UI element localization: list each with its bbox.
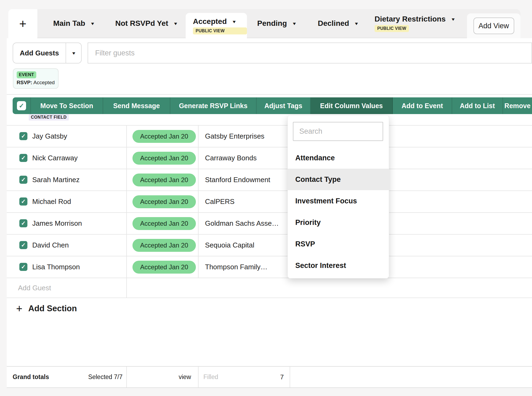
filter-guests-placeholder: Filter guests [95,49,135,57]
tab-label: Main Tab [53,19,85,28]
company-cell[interactable]: Thompson Family… [205,256,268,278]
guest-name: Michael Rod [32,197,71,206]
plus-icon: + [19,16,27,31]
guest-row: ✓ David Chen Accepted Jan 20 Sequoia Cap… [7,235,532,256]
checkmark-icon: ✓ [21,198,26,205]
tab-label: Dietary Restrictions [375,15,446,23]
guest-name-cell[interactable]: Sarah Martinez [32,169,80,190]
grand-totals-label: Grand totals [13,367,49,387]
view-tab-bar: + Main Tab ▼ Not RSVPd Yet ▼ Accepted ▼ … [8,9,520,38]
menu-item-attendance[interactable]: Attendance [288,147,389,169]
rsvp-filter-chip[interactable]: EVENT RSVP: Accepted [13,68,59,89]
guest-name-cell[interactable]: Lisa Thompson [32,256,80,278]
menu-item-investment-focus[interactable]: Investment Focus [288,190,389,212]
tab-label: Declined [318,19,349,28]
view-button[interactable]: view [141,367,191,387]
action-label: Move To Section [40,102,93,110]
action-add-to-event[interactable]: Add to Event [393,97,452,114]
row-checkbox[interactable]: ✓ [19,197,27,206]
company-cell[interactable]: Carraway Bonds [205,147,257,169]
menu-item-label: Contact Type [295,175,341,184]
tab-main-tab[interactable]: Main Tab ▼ [40,9,107,38]
menu-item-sector-interest[interactable]: Sector Interest [288,255,389,276]
row-checkbox[interactable]: ✓ [19,241,27,249]
checkmark-icon: ✓ [21,176,26,183]
menu-item-priority[interactable]: Priority [288,212,389,233]
add-section-label: Add Section [28,304,77,313]
action-label: Remove [504,102,530,110]
menu-item-rsvp[interactable]: RSVP [288,233,389,255]
guest-name-cell[interactable]: James Morrison [32,213,82,234]
select-all-checkbox[interactable]: ✓ [17,101,26,110]
action-send-message[interactable]: Send Message [103,97,170,114]
column-divider [126,367,127,387]
tab-declined[interactable]: Declined ▼ [309,9,367,38]
company-cell[interactable]: CalPERS [205,191,235,212]
add-tab-button[interactable]: + [8,9,37,38]
rsvp-status-pill[interactable]: Accepted Jan 20 [132,195,196,208]
add-view-button[interactable]: Add View [473,17,514,34]
add-view-panel: Add View [467,13,520,38]
company-cell[interactable]: Stanford Endowment [205,169,270,190]
action-add-to-list[interactable]: Add to List [452,97,503,114]
tab-accepted-active[interactable]: Accepted ▼ PUBLIC VIEW [186,13,247,39]
guest-name-cell[interactable]: Nick Carraway [32,147,78,169]
action-label: Add to Event [401,102,443,110]
rsvp-status-pill[interactable]: Accepted Jan 20 [132,217,196,230]
rsvp-status-pill[interactable]: Accepted Jan 20 [132,130,196,143]
guest-name-cell[interactable]: Michael Rod [32,191,71,212]
guest-name-cell[interactable]: David Chen [32,235,69,256]
guest-row: ✓ Michael Rod Accepted Jan 20 CalPERS [7,191,532,212]
action-generate-rsvp-links[interactable]: Generate RSVP Links [170,97,257,114]
guest-name: Jay Gatsby [32,132,67,140]
action-edit-column-values[interactable]: Edit Column Values [311,97,393,114]
guest-name: David Chen [32,241,69,249]
company-cell[interactable]: Gatsby Enterprises [205,126,264,147]
section-divider [7,94,532,95]
chip-filter-text: RSVP: Accepted [17,80,55,86]
menu-item-label: RSVP [295,240,315,248]
chevron-down-icon: ▼ [90,21,95,26]
selected-count: Selected 7/7 [69,367,123,387]
rsvp-status-pill[interactable]: Accepted Jan 20 [132,174,196,186]
guest-name: James Morrison [32,219,82,228]
chip-field: RSVP: [17,80,32,85]
checkmark-icon: ✓ [19,102,24,109]
rsvp-status-pill[interactable]: Accepted Jan 20 [132,239,196,252]
company-cell[interactable]: Sequoia Capital [205,235,254,256]
chevron-down-icon: ▼ [173,21,178,26]
tab-dietary-restrictions[interactable]: Dietary Restrictions ▼ PUBLIC VIEW [375,9,466,38]
row-checkbox[interactable]: ✓ [19,132,27,140]
add-guest-row[interactable]: Add Guest [7,278,532,298]
company-name: Goldman Sachs Asse… [205,219,279,228]
menu-item-label: Sector Interest [295,261,346,270]
action-remove[interactable]: Remove [503,97,532,114]
tab-pending[interactable]: Pending ▼ [247,9,306,38]
public-view-badge: PUBLIC VIEW [193,27,247,34]
row-checkbox[interactable]: ✓ [19,176,27,184]
filter-guests-input[interactable]: Filter guests [88,43,532,63]
row-checkbox[interactable]: ✓ [19,263,27,271]
bulk-actions-toolbar: ✓ Move To Section Send Message Generate … [13,97,532,114]
row-checkbox[interactable]: ✓ [19,154,27,162]
dropdown-search-input[interactable]: Search [293,122,383,141]
company-cell[interactable]: Goldman Sachs Asse… [205,213,279,234]
action-move-to-section[interactable]: Move To Section [31,97,103,114]
add-guests-menu-button[interactable]: ▼ [66,43,81,63]
row-checkbox[interactable]: ✓ [19,219,27,227]
row-divider [7,298,532,298]
rsvp-status-pill[interactable]: Accepted Jan 20 [132,261,196,274]
action-adjust-tags[interactable]: Adjust Tags [257,97,311,114]
public-view-badge: PUBLIC VIEW [375,25,409,32]
rsvp-status-pill[interactable]: Accepted Jan 20 [132,152,196,165]
guest-name: Lisa Thompson [32,263,80,271]
menu-item-contact-type-highlighted[interactable]: Contact Type [288,169,389,190]
checkmark-icon: ✓ [21,155,26,161]
guest-name-cell[interactable]: Jay Gatsby [32,126,67,147]
add-section-button[interactable]: + Add Section [16,302,77,315]
add-view-label: Add View [479,22,509,30]
rsvp-status: Accepted Jan 20 [140,263,188,271]
tab-not-rsvpd-yet[interactable]: Not RSVPd Yet ▼ [107,9,185,38]
add-guests-button[interactable]: Add Guests [13,43,66,63]
rsvp-status: Accepted Jan 20 [140,242,188,249]
